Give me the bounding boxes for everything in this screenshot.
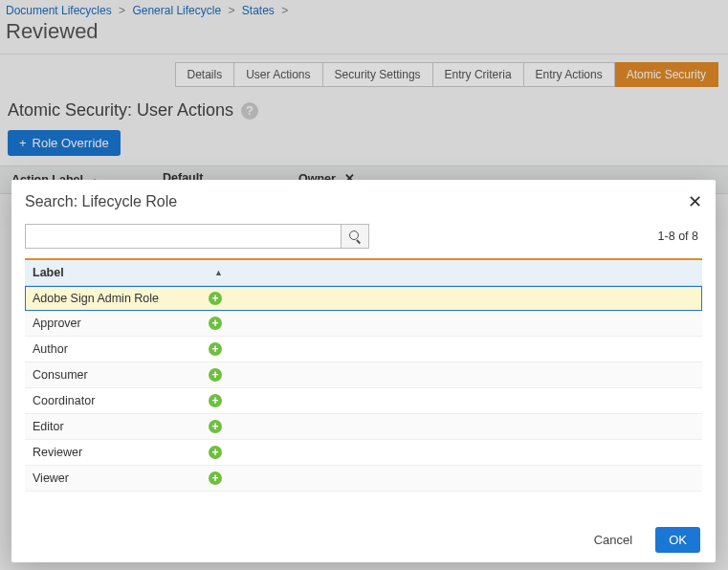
list-item[interactable]: Reviewer + [25, 440, 702, 466]
role-label: Adobe Sign Admin Role [33, 292, 209, 305]
add-icon[interactable]: + [209, 317, 222, 330]
list-item[interactable]: Author + [25, 337, 702, 362]
search-icon [349, 230, 361, 242]
role-label: Author [33, 342, 209, 356]
sort-asc-icon: ▲ [214, 268, 223, 277]
list-item[interactable]: Approver + [25, 311, 702, 337]
search-input[interactable] [25, 224, 341, 249]
modal-list-header[interactable]: Label ▲ [25, 260, 702, 286]
modal-title: Search: Lifecycle Role [25, 193, 177, 210]
add-icon[interactable]: + [209, 420, 222, 433]
list-item[interactable]: Editor + [25, 414, 702, 440]
role-label: Coordinator [33, 394, 209, 407]
add-icon[interactable]: + [209, 292, 222, 305]
close-icon[interactable]: ✕ [688, 191, 702, 212]
search-button[interactable] [341, 224, 369, 249]
add-icon[interactable]: + [209, 368, 222, 382]
label-column-header: Label [33, 266, 214, 279]
results-count: 1-8 of 8 [658, 230, 702, 243]
add-icon[interactable]: + [209, 394, 222, 407]
list-item[interactable]: Viewer + [25, 466, 702, 492]
role-label: Editor [33, 420, 209, 433]
search-wrap [25, 224, 369, 249]
role-label: Consumer [33, 368, 209, 382]
role-label: Viewer [33, 471, 209, 485]
role-list: Adobe Sign Admin Role + Approver + Autho… [25, 286, 702, 492]
list-item[interactable]: Adobe Sign Admin Role + [25, 286, 702, 311]
add-icon[interactable]: + [209, 471, 222, 485]
ok-button[interactable]: OK [655, 527, 700, 553]
role-label: Approver [33, 317, 209, 330]
modal-search-row: 1-8 of 8 [11, 220, 716, 258]
list-item[interactable]: Consumer + [25, 362, 702, 388]
modal-footer: Cancel OK [11, 517, 716, 562]
role-label: Reviewer [33, 446, 209, 459]
add-icon[interactable]: + [209, 342, 222, 356]
cancel-button[interactable]: Cancel [588, 532, 638, 548]
modal-header: Search: Lifecycle Role ✕ [11, 180, 716, 220]
search-role-modal: Search: Lifecycle Role ✕ 1-8 of 8 Label … [11, 180, 716, 562]
add-icon[interactable]: + [209, 446, 222, 459]
list-item[interactable]: Coordinator + [25, 388, 702, 414]
